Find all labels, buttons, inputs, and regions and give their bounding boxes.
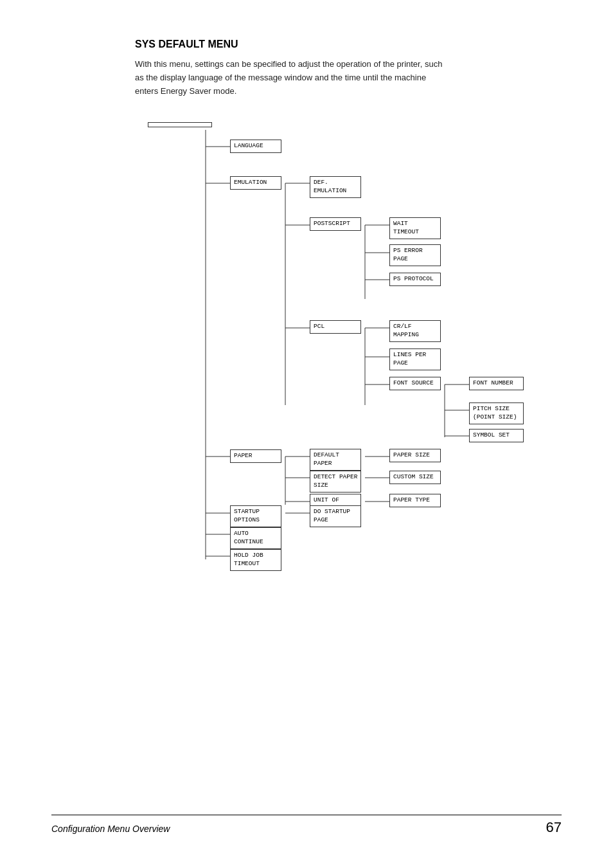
node-language: LANGUAGE xyxy=(230,140,281,153)
node-startup-options: STARTUP OPTIONS xyxy=(230,505,281,527)
node-def-emulation: DEF. EMULATION xyxy=(310,176,361,198)
node-cr-lf-mapping: CR/LF MAPPING xyxy=(389,320,441,342)
node-pitch-size: PITCH SIZE (POINT SIZE) xyxy=(469,402,524,424)
footer-right: 67 xyxy=(546,819,562,836)
node-postscript: POSTSCRIPT xyxy=(310,217,361,231)
node-auto-continue: AUTO CONTINUE xyxy=(230,527,281,549)
node-paper: PAPER xyxy=(230,449,281,463)
description: With this menu, settings can be specifie… xyxy=(135,58,443,98)
node-root xyxy=(148,122,212,127)
footer-left: Configuration Menu Overview xyxy=(51,824,170,834)
page: SYS DEFAULT MENU With this menu, setting… xyxy=(0,0,613,868)
node-do-startup-page: DO STARTUP PAGE xyxy=(310,505,361,527)
page-title: SYS DEFAULT MENU xyxy=(135,39,562,50)
node-pcl: PCL xyxy=(310,320,361,334)
node-font-source: FONT SOURCE xyxy=(389,377,441,390)
footer: Configuration Menu Overview 67 xyxy=(51,815,562,836)
tree-diagram: LANGUAGE EMULATION PAPER STARTUP OPTIONS… xyxy=(135,116,572,579)
node-ps-protocol: PS PROTOCOL xyxy=(389,273,441,286)
node-detect-paper-size: DETECT PAPER SIZE xyxy=(310,471,361,493)
node-lines-per-page: LINES PER PAGE xyxy=(389,348,441,370)
node-hold-job-timeout: HOLD JOB TIMEOUT xyxy=(230,549,281,571)
node-default-paper: DEFAULT PAPER xyxy=(310,449,361,471)
node-symbol-set: SYMBOL SET xyxy=(469,429,524,442)
node-wait-timeout: WAIT TIMEOUT xyxy=(389,217,441,239)
node-paper-size: PAPER SIZE xyxy=(389,449,441,462)
node-font-number: FONT NUMBER xyxy=(469,377,524,390)
node-ps-error-page: PS ERROR PAGE xyxy=(389,244,441,266)
node-paper-type: PAPER TYPE xyxy=(389,494,441,507)
node-custom-size: CUSTOM SIZE xyxy=(389,471,441,484)
node-emulation: EMULATION xyxy=(230,176,281,190)
